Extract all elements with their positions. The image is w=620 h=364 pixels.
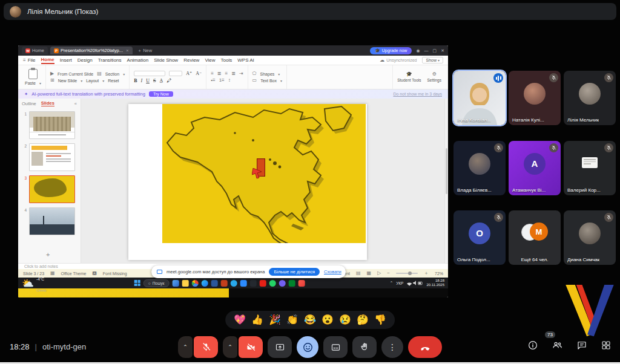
indent-icon[interactable]: ⇥ [239,71,243,76]
participant-tile[interactable]: Влада Біляєв... [453,141,506,195]
stop-sharing-button[interactable]: Більше не ділитися [269,268,320,276]
slide-thumbnail-3[interactable] [29,175,75,203]
zoom-in-icon[interactable]: ＋ [424,271,429,276]
font-missing-label[interactable]: Font Missing [103,271,127,276]
normal-view-icon[interactable]: ▤ [356,271,361,276]
bullets-icon[interactable]: •≡ [211,78,215,83]
section-button[interactable]: Section [105,72,119,76]
zoom-app-icon[interactable] [240,280,246,287]
student-tools-button[interactable]: 🎓 Student Tools [397,72,421,82]
obs-icon[interactable] [249,280,256,287]
more-options-button[interactable]: ⋮ [381,336,403,358]
layout-button[interactable]: Layout [86,79,99,83]
participant-tile[interactable]: A Атаманчук Ві... [509,141,561,195]
task-view-icon[interactable] [172,280,179,287]
tray-status-icons[interactable] [406,280,423,286]
reaction-cry[interactable]: 😢 [339,315,351,325]
participant-tile[interactable]: Iryna Konstan... [453,71,506,125]
whatsapp-icon[interactable] [269,280,275,287]
theme-label[interactable]: Office Theme [61,271,87,276]
chat-button[interactable] [576,340,587,351]
close-icon[interactable]: ✕ [441,48,444,53]
new-tab-button[interactable]: ＋ New [135,48,155,54]
taskbar-clock[interactable]: 18:28 20.11.2025 [426,279,444,287]
participant-tile[interactable]: Наталія Кулі... [509,71,561,125]
underline-button[interactable]: U [146,78,150,83]
reaction-clap[interactable]: 👏 [286,315,298,325]
overflow-participants-tile[interactable]: M Ещё 64 чел. [509,210,561,265]
youtube-icon[interactable] [259,280,266,287]
italic-button[interactable]: I [141,78,143,83]
taskbar-search[interactable]: ○ Пошук [143,279,170,287]
dismiss-banner-link[interactable]: Do not show me in 3 days [393,92,442,96]
align-left-icon[interactable]: ≡ [211,71,214,76]
numbering-icon[interactable]: 1≡ [219,78,225,83]
weather-widget[interactable]: ⛅ -4°C Cloudy [22,272,47,294]
viber-icon[interactable] [279,280,285,287]
participant-tile[interactable]: O Ольга Подол... [453,210,506,265]
canvas-scrollbar[interactable] [444,99,448,263]
zoom-out-icon[interactable]: − [387,271,390,276]
raise-hand-button[interactable] [352,336,377,358]
activities-button[interactable] [601,340,612,351]
upgrade-button[interactable]: 🎓 Upgrade now [370,47,412,54]
mic-button[interactable] [194,336,218,358]
from-current-slide-button[interactable]: From Current Slide [58,72,93,76]
new-slide-button[interactable]: New Slide [58,79,78,83]
text-color-button[interactable]: A̲ [159,78,163,83]
ribbon-tab-animation[interactable]: Animation [127,57,149,63]
word-icon[interactable] [211,280,217,287]
camera-options-button[interactable]: ⌃ [223,336,237,358]
bold-button[interactable]: B [134,78,137,83]
reaction-thumbs-up[interactable]: 👍 [251,315,263,325]
font-size-input[interactable] [169,71,182,76]
windows-start-button[interactable] [134,280,140,286]
current-slide[interactable] [128,104,367,260]
ribbon-tab-slideshow[interactable]: Slide Show [154,57,178,63]
wps-app-icon[interactable] [298,280,305,287]
maximize-icon[interactable]: ▢ [433,48,437,53]
slide-thumbnail-4[interactable] [29,207,75,235]
outline-tab[interactable]: Outline [22,101,36,106]
highlight-button[interactable]: 🖍 [167,78,171,83]
collapse-panel-icon[interactable]: « [74,101,77,106]
slides-tab[interactable]: Slides [41,100,54,106]
strikethrough-button[interactable]: S [153,78,156,83]
reaction-laugh[interactable]: 😂 [304,315,316,325]
menu-file[interactable]: ≡ File [23,57,36,63]
reset-button[interactable]: Reset [108,79,119,83]
reaction-heart[interactable]: 💖 [234,315,246,325]
mic-options-button[interactable]: ⌃ [178,336,193,358]
reaction-thumbs-down[interactable]: 👎 [374,315,386,325]
slide-canvas[interactable] [81,99,448,263]
powerpoint-icon[interactable] [220,280,227,287]
font-name-input[interactable] [134,71,165,76]
slide-thumbnail-1[interactable] [29,111,75,139]
meeting-details-button[interactable] [527,340,538,351]
reactions-button[interactable] [297,336,318,358]
align-center-icon[interactable]: ≣ [217,71,222,76]
ribbon-tab-wps-ai[interactable]: WPS AI [237,57,254,63]
reaction-thinking[interactable]: 🤔 [357,315,369,325]
tab-presentation[interactable]: P Presentation%20for%20latyp... × [50,47,133,54]
participant-tile[interactable]: Лілія Мельник [564,71,616,125]
tab-home[interactable]: W Home [22,47,48,54]
captions-button[interactable] [323,336,348,358]
camera-button[interactable] [239,336,263,358]
zoom-level[interactable]: 72% [435,271,443,276]
ribbon-tab-review[interactable]: Review [183,57,199,63]
minimize-icon[interactable]: — [424,48,429,53]
participant-tile[interactable]: Валерий Кор... [564,141,616,195]
shapes-button[interactable]: Shapes [260,72,275,76]
telegram-icon[interactable] [230,280,237,287]
reaction-party[interactable]: 🎉 [269,315,281,325]
show-dropdown[interactable]: Show ▾ [422,57,443,63]
show-everyone-button[interactable]: 73 [552,339,563,351]
close-tab-icon[interactable]: × [126,48,129,53]
slide-thumbnail-2[interactable] [29,143,75,171]
line-spacing-icon[interactable]: ↕ [228,78,231,83]
text-box-button[interactable]: Text Box [260,79,277,83]
paste-button[interactable]: Paste ▾ [25,81,41,85]
zoom-slider[interactable] [396,273,418,274]
reaction-surprised[interactable]: 😮 [322,315,334,325]
